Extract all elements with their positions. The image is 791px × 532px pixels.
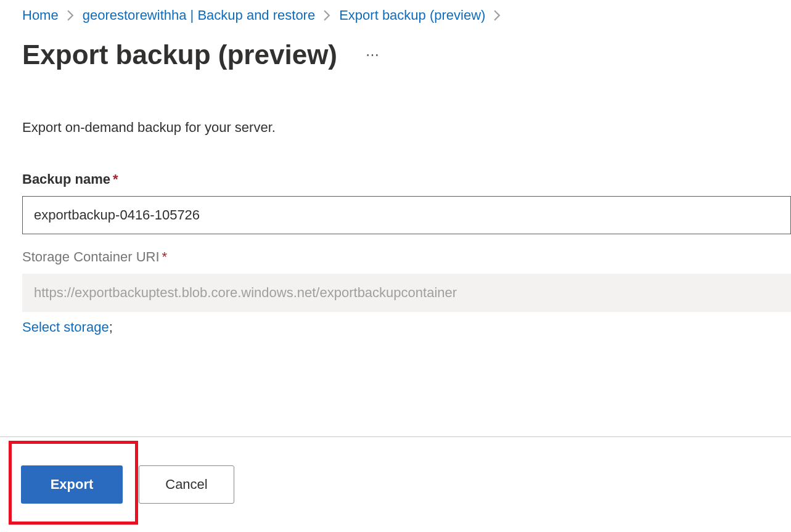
chevron-right-icon xyxy=(324,10,330,21)
required-asterisk: * xyxy=(113,171,118,187)
footer-bar: Export Cancel xyxy=(0,436,791,532)
breadcrumb: Home georestorewithha | Backup and resto… xyxy=(22,7,791,23)
backup-name-field: Backup name* xyxy=(22,171,791,234)
select-storage-link[interactable]: Select storage xyxy=(22,319,109,335)
breadcrumb-home[interactable]: Home xyxy=(22,7,59,23)
more-actions-icon[interactable]: ⋯ xyxy=(362,44,384,65)
cancel-button[interactable]: Cancel xyxy=(139,465,234,504)
page-description: Export on-demand backup for your server. xyxy=(22,120,791,136)
backup-name-label: Backup name* xyxy=(22,171,791,187)
storage-uri-input[interactable] xyxy=(22,274,791,312)
backup-name-input[interactable] xyxy=(22,196,791,234)
required-asterisk: * xyxy=(162,249,168,264)
page-title: Export backup (preview) xyxy=(22,39,337,70)
chevron-right-icon xyxy=(494,10,501,21)
select-storage-separator: ; xyxy=(109,319,113,335)
breadcrumb-resource[interactable]: georestorewithha | Backup and restore xyxy=(83,7,316,23)
breadcrumb-current[interactable]: Export backup (preview) xyxy=(339,7,485,23)
storage-uri-field: Storage Container URI* Select storage; xyxy=(22,249,791,335)
chevron-right-icon xyxy=(67,10,74,21)
export-button[interactable]: Export xyxy=(21,465,123,504)
storage-uri-label: Storage Container URI* xyxy=(22,249,791,265)
